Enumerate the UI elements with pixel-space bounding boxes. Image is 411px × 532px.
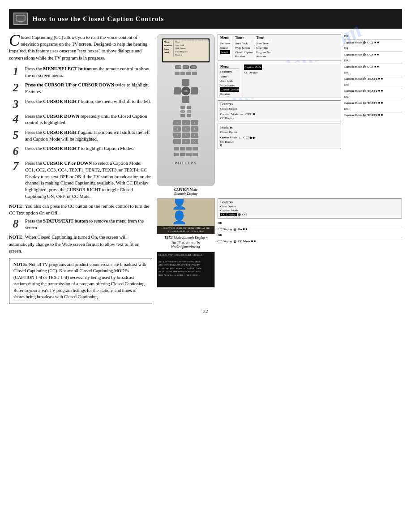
step-1: 1 Press the MENU/SELECT button on the re…: [9, 66, 152, 79]
btn-menu[interactable]: [175, 65, 181, 69]
or-sep-5: OR: [344, 82, 402, 87]
time-item-start: Start Time: [256, 41, 271, 46]
menu-panel-4: Features Closed Option Option Mode ← CC3…: [218, 124, 341, 149]
text4-caption-label: Caption Mode: [344, 113, 362, 117]
btn-stop[interactable]: [192, 72, 197, 75]
page-number: 22: [9, 309, 402, 314]
remote-container: Menu Features Sound Install Timer Auto L…: [157, 34, 215, 196]
btn-extra5[interactable]: [174, 153, 179, 156]
cc4-arrow-icon: ⊕: [363, 64, 366, 69]
menu-panel-2-right: Caption Mode CC Display: [243, 64, 261, 96]
last-panel: Features Close Option Caption Mode CC Di…: [218, 198, 402, 219]
btn-8[interactable]: 8: [182, 133, 189, 138]
cc4-dots: ■ ■: [374, 65, 379, 69]
btn-extra6[interactable]: [180, 153, 185, 156]
remote-screen-label: VCR OVERLAY INFR-ACD: [182, 39, 209, 42]
text4-row: Caption Mode ⊕ TEXT4 ■ ■: [344, 112, 402, 118]
btn-extra7[interactable]: [186, 153, 192, 156]
panel4-arrow-icon: ←: [238, 135, 243, 140]
menu-item-sound: Sound: [220, 46, 230, 50]
last-panel-caption-label: Caption Mode: [220, 209, 238, 212]
btn-0[interactable]: 0: [182, 139, 189, 144]
btn-exit[interactable]: [190, 65, 197, 69]
vol-up[interactable]: [180, 106, 185, 109]
last-panel-cc-highlight: CC Display: [220, 213, 237, 216]
text-mode-desc: The TV screen will beblocked from viewin…: [171, 240, 201, 249]
cc-on-label: CC Display: [218, 227, 232, 231]
btn-rew[interactable]: [175, 72, 180, 75]
btn-extra3[interactable]: [186, 147, 192, 150]
btn-dot[interactable]: ·: [173, 139, 181, 144]
text3-value: TEXT3: [367, 101, 377, 105]
text1-row: Caption Mode ⊕ TEXT1 ■ ■: [344, 76, 402, 82]
text3-caption-label: Caption Mode: [344, 101, 362, 105]
text-mode-image: 👤👤 LOOK WHO'S COME TO THE MEETING, AS TH…: [157, 198, 215, 234]
cc4-caption-label: Caption Mode: [344, 65, 362, 69]
menu2-rotation: Rotation: [220, 92, 239, 96]
btn-extra8[interactable]: [193, 153, 198, 156]
or-sep-3: OR: [344, 58, 402, 63]
drop-cap: C: [9, 34, 20, 47]
step-3-text: Press the CURSOR RIGHT button, the menu …: [25, 99, 151, 105]
step-1-number: 1: [9, 66, 22, 77]
brand-label: PHILIPS: [175, 161, 197, 165]
btn-6[interactable]: 6: [191, 126, 198, 132]
btn-4[interactable]: 4: [173, 126, 181, 132]
step-4: 4 Press the CURSOR DOWN repeatedly until…: [9, 113, 152, 126]
text-mode-caption-bar: LOOK WHO'S COME TO THE MEETING, AS THE V…: [157, 226, 214, 234]
text1-dots: ■ ■: [378, 77, 383, 81]
menu2-caption-mode-highlight: Caption Mode: [244, 64, 261, 70]
panel4-title: Features: [220, 125, 338, 129]
cc4-value: CC4: [367, 65, 373, 69]
btn-2[interactable]: 2: [182, 120, 189, 125]
btn-extra4[interactable]: [193, 147, 198, 150]
ch-up[interactable]: [187, 106, 191, 109]
cc3-dots: ■ ■: [374, 53, 379, 56]
btn-7[interactable]: 7: [173, 133, 181, 138]
btn-3[interactable]: 3: [191, 120, 198, 125]
menu-panel-1-left: Menu Features Sound Install: [220, 36, 232, 59]
btn-extra2[interactable]: [180, 147, 185, 150]
panel4-subtitle: Closed Option: [220, 130, 338, 134]
dpad-left[interactable]: [174, 87, 181, 94]
panel4-cc3-row: Option Mode ← CC3 ▶▶: [220, 135, 338, 140]
step-7-number: 7: [9, 160, 22, 172]
text1-value: TEXT1: [367, 77, 377, 81]
last-panel-title: Features: [220, 200, 399, 204]
dpad-down[interactable]: [182, 96, 189, 103]
menu2-autolock: Auto Lock: [220, 79, 239, 83]
caption-mode-label: CAPTION Mode Example Display: [174, 188, 197, 196]
btn-cc[interactable]: CC: [191, 139, 198, 144]
dpad-up[interactable]: [182, 79, 189, 86]
intro-text: C losed Captioning (CC) allows you to re…: [9, 34, 152, 61]
steps-container: 1 Press the MENU/SELECT button on the re…: [9, 66, 152, 200]
step-5-number: 5: [9, 129, 22, 141]
ch-down[interactable]: [187, 114, 191, 117]
remote-control: Menu Features Sound Install Timer Auto L…: [157, 34, 215, 186]
numpad: 1 2 3 4 5 6 7 8 9 · 0 CC: [173, 120, 198, 144]
text2-dots: ■ ■: [378, 89, 383, 93]
caption-mode-label-strong: CAPTION: [174, 188, 189, 192]
dpad-right[interactable]: [191, 87, 198, 94]
or-sep-6: OR: [344, 94, 402, 99]
btn-5[interactable]: 5: [182, 126, 189, 132]
text2-row: Caption Mode ⊕ TEXT2 ■ ■: [344, 88, 402, 94]
btn-extra1[interactable]: [174, 147, 179, 150]
btn-ff[interactable]: [186, 72, 191, 75]
btn-play[interactable]: [180, 72, 185, 75]
text3-arrow-icon: ⊕: [363, 101, 366, 105]
btn-1[interactable]: 1: [173, 120, 181, 125]
header-title: How to use the Closed Caption Controls: [32, 15, 164, 23]
text1-caption-label: Caption Mode: [344, 77, 362, 81]
or-sep-bottom-1: OR: [218, 220, 402, 226]
step-4-number: 4: [9, 113, 22, 125]
menu-panel-1-time-col: Time Start Time Stop Time Program No. Ac…: [255, 36, 271, 59]
dpad-center[interactable]: OK: [181, 86, 190, 95]
text2-caption-label: Caption Mode: [344, 89, 362, 93]
vol-down[interactable]: [180, 114, 185, 117]
btn-9[interactable]: 9: [191, 133, 198, 138]
text-mode-label-bold: TEXT: [164, 236, 173, 240]
cc3-row: Caption Mode ⊕ CC3 ■ ■: [344, 51, 402, 57]
cc-on-value: On: [238, 227, 242, 231]
btn-ok[interactable]: [183, 65, 189, 69]
